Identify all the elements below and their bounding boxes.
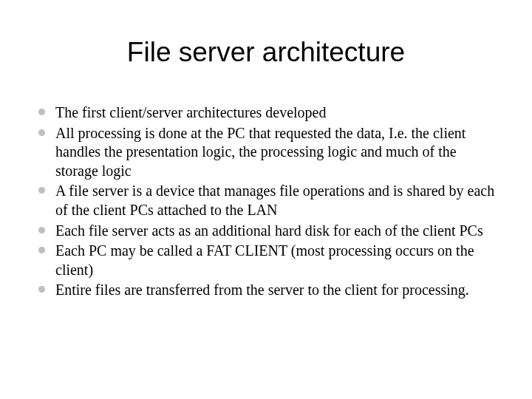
bullet-icon <box>38 187 45 194</box>
bullet-icon <box>38 227 45 233</box>
list-item: The first client/server architectures de… <box>37 103 495 123</box>
list-item: All processing is done at the PC that re… <box>37 124 495 181</box>
list-item: A file server is a device that manages f… <box>37 182 495 219</box>
bullet-text: Each file server acts as an additional h… <box>55 222 495 241</box>
list-item: Each PC may be called a FAT CLIENT (most… <box>37 242 495 279</box>
bullet-icon <box>38 129 45 136</box>
bullet-list: The first client/server architectures de… <box>37 103 495 300</box>
bullet-text: Entire files are transferred from the se… <box>55 281 495 300</box>
slide-title: File server architecture <box>37 37 495 68</box>
bullet-icon <box>38 247 45 253</box>
bullet-text: A file server is a device that manages f… <box>55 182 495 219</box>
list-item: Each file server acts as an additional h… <box>37 222 495 241</box>
bullet-icon <box>38 109 45 115</box>
bullet-text: The first client/server architectures de… <box>55 103 495 123</box>
bullet-icon <box>38 286 45 293</box>
list-item: Entire files are transferred from the se… <box>37 281 495 300</box>
bullet-text: Each PC may be called a FAT CLIENT (most… <box>55 242 495 279</box>
bullet-text: All processing is done at the PC that re… <box>55 124 495 181</box>
